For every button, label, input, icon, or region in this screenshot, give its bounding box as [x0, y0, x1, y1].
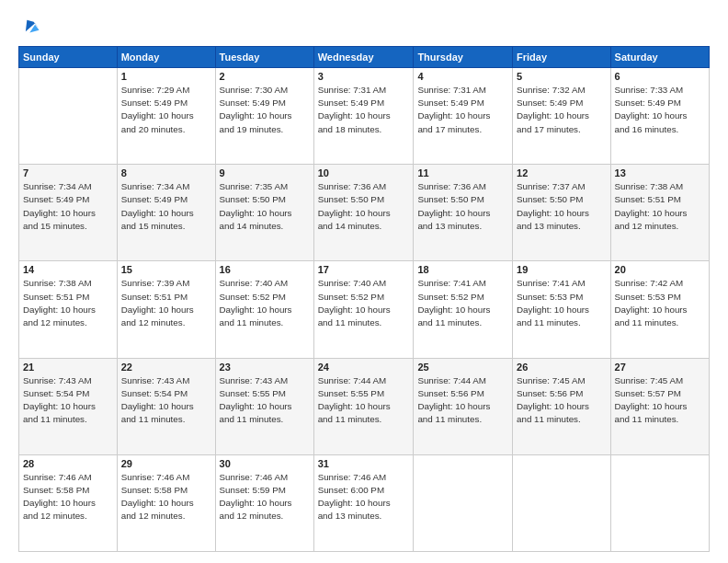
- calendar-cell: 19Sunrise: 7:41 AMSunset: 5:53 PMDayligh…: [513, 261, 611, 358]
- day-info: Sunrise: 7:30 AMSunset: 5:49 PMDaylight:…: [220, 84, 310, 136]
- calendar-cell: 8Sunrise: 7:34 AMSunset: 5:49 PMDaylight…: [117, 165, 215, 261]
- day-number: 26: [517, 362, 607, 373]
- calendar-cell: 7Sunrise: 7:34 AMSunset: 5:49 PMDaylight…: [19, 165, 118, 261]
- day-info: Sunrise: 7:35 AMSunset: 5:50 PMDaylight:…: [220, 180, 310, 233]
- day-number: 8: [121, 167, 211, 178]
- day-number: 9: [220, 167, 310, 178]
- day-number: 13: [615, 167, 705, 178]
- calendar-cell: 30Sunrise: 7:46 AMSunset: 5:59 PMDayligh…: [215, 454, 313, 551]
- logo: [18, 17, 40, 37]
- day-info: Sunrise: 7:38 AMSunset: 5:51 PMDaylight:…: [23, 277, 113, 329]
- calendar-cell: 16Sunrise: 7:40 AMSunset: 5:52 PMDayligh…: [215, 261, 313, 358]
- day-info: Sunrise: 7:39 AMSunset: 5:51 PMDaylight:…: [121, 277, 211, 329]
- calendar-table: SundayMondayTuesdayWednesdayThursdayFrid…: [18, 46, 710, 552]
- calendar-cell: 21Sunrise: 7:43 AMSunset: 5:54 PMDayligh…: [19, 358, 118, 454]
- day-info: Sunrise: 7:31 AMSunset: 5:49 PMDaylight:…: [318, 84, 410, 136]
- day-info: Sunrise: 7:36 AMSunset: 5:50 PMDaylight:…: [318, 180, 410, 233]
- calendar-week-row: 1Sunrise: 7:29 AMSunset: 5:49 PMDaylight…: [19, 68, 710, 165]
- day-info: Sunrise: 7:29 AMSunset: 5:49 PMDaylight:…: [121, 84, 211, 136]
- calendar-cell: 15Sunrise: 7:39 AMSunset: 5:51 PMDayligh…: [117, 261, 215, 358]
- day-number: 2: [220, 71, 310, 82]
- calendar-cell: [414, 454, 513, 551]
- calendar-cell: 17Sunrise: 7:40 AMSunset: 5:52 PMDayligh…: [313, 261, 414, 358]
- day-number: 4: [417, 71, 508, 82]
- day-info: Sunrise: 7:38 AMSunset: 5:51 PMDaylight:…: [615, 180, 705, 233]
- day-number: 24: [318, 362, 410, 373]
- day-number: 27: [615, 362, 705, 373]
- calendar-cell: 29Sunrise: 7:46 AMSunset: 5:58 PMDayligh…: [117, 454, 215, 551]
- day-number: 1: [121, 71, 211, 82]
- calendar-cell: 1Sunrise: 7:29 AMSunset: 5:49 PMDaylight…: [117, 68, 215, 165]
- calendar-cell: 31Sunrise: 7:46 AMSunset: 6:00 PMDayligh…: [313, 454, 414, 551]
- day-info: Sunrise: 7:45 AMSunset: 5:57 PMDaylight:…: [615, 374, 705, 427]
- day-number: 16: [220, 264, 310, 275]
- calendar-cell: 22Sunrise: 7:43 AMSunset: 5:54 PMDayligh…: [117, 358, 215, 454]
- calendar-cell: [19, 68, 118, 165]
- weekday-header-friday: Friday: [513, 47, 611, 68]
- day-info: Sunrise: 7:41 AMSunset: 5:53 PMDaylight:…: [517, 277, 607, 329]
- day-number: 11: [417, 167, 508, 178]
- day-info: Sunrise: 7:43 AMSunset: 5:55 PMDaylight:…: [220, 374, 310, 427]
- day-info: Sunrise: 7:46 AMSunset: 5:58 PMDaylight:…: [121, 471, 211, 523]
- day-info: Sunrise: 7:31 AMSunset: 5:49 PMDaylight:…: [417, 84, 508, 136]
- calendar-cell: 20Sunrise: 7:42 AMSunset: 5:53 PMDayligh…: [610, 261, 709, 358]
- logo-icon: [20, 17, 40, 37]
- day-number: 17: [318, 264, 410, 275]
- calendar-cell: 3Sunrise: 7:31 AMSunset: 5:49 PMDaylight…: [313, 68, 414, 165]
- day-number: 18: [417, 264, 508, 275]
- calendar-cell: 9Sunrise: 7:35 AMSunset: 5:50 PMDaylight…: [215, 165, 313, 261]
- day-number: 10: [318, 167, 410, 178]
- calendar-cell: 27Sunrise: 7:45 AMSunset: 5:57 PMDayligh…: [610, 358, 709, 454]
- day-info: Sunrise: 7:40 AMSunset: 5:52 PMDaylight:…: [220, 277, 310, 329]
- day-number: 29: [121, 458, 211, 469]
- calendar-cell: 25Sunrise: 7:44 AMSunset: 5:56 PMDayligh…: [414, 358, 513, 454]
- day-info: Sunrise: 7:43 AMSunset: 5:54 PMDaylight:…: [23, 374, 113, 427]
- calendar-cell: 2Sunrise: 7:30 AMSunset: 5:49 PMDaylight…: [215, 68, 313, 165]
- calendar-cell: [610, 454, 709, 551]
- day-number: 15: [121, 264, 211, 275]
- calendar-week-row: 28Sunrise: 7:46 AMSunset: 5:58 PMDayligh…: [19, 454, 710, 551]
- day-number: 19: [517, 264, 607, 275]
- day-number: 5: [517, 71, 607, 82]
- weekday-header-saturday: Saturday: [610, 47, 709, 68]
- day-info: Sunrise: 7:36 AMSunset: 5:50 PMDaylight:…: [417, 180, 508, 233]
- day-info: Sunrise: 7:32 AMSunset: 5:49 PMDaylight:…: [517, 84, 607, 136]
- day-number: 30: [220, 458, 310, 469]
- day-number: 12: [517, 167, 607, 178]
- weekday-header-monday: Monday: [117, 47, 215, 68]
- calendar-cell: 18Sunrise: 7:41 AMSunset: 5:52 PMDayligh…: [414, 261, 513, 358]
- day-info: Sunrise: 7:46 AMSunset: 5:58 PMDaylight:…: [23, 471, 113, 523]
- day-info: Sunrise: 7:45 AMSunset: 5:56 PMDaylight:…: [517, 374, 607, 427]
- calendar-cell: 13Sunrise: 7:38 AMSunset: 5:51 PMDayligh…: [610, 165, 709, 261]
- weekday-header-tuesday: Tuesday: [215, 47, 313, 68]
- page: SundayMondayTuesdayWednesdayThursdayFrid…: [0, 0, 728, 563]
- day-info: Sunrise: 7:44 AMSunset: 5:55 PMDaylight:…: [318, 374, 410, 427]
- day-number: 7: [23, 167, 113, 178]
- calendar-cell: [513, 454, 611, 551]
- day-number: 28: [23, 458, 113, 469]
- calendar-cell: 12Sunrise: 7:37 AMSunset: 5:50 PMDayligh…: [513, 165, 611, 261]
- day-info: Sunrise: 7:37 AMSunset: 5:50 PMDaylight:…: [517, 180, 607, 233]
- day-number: 31: [318, 458, 410, 469]
- weekday-header-thursday: Thursday: [414, 47, 513, 68]
- day-info: Sunrise: 7:46 AMSunset: 6:00 PMDaylight:…: [318, 471, 410, 523]
- day-number: 23: [220, 362, 310, 373]
- weekday-header-wednesday: Wednesday: [313, 47, 414, 68]
- day-info: Sunrise: 7:34 AMSunset: 5:49 PMDaylight:…: [121, 180, 211, 233]
- calendar-week-row: 7Sunrise: 7:34 AMSunset: 5:49 PMDaylight…: [19, 165, 710, 261]
- calendar-cell: 26Sunrise: 7:45 AMSunset: 5:56 PMDayligh…: [513, 358, 611, 454]
- calendar-cell: 14Sunrise: 7:38 AMSunset: 5:51 PMDayligh…: [19, 261, 118, 358]
- weekday-header-row: SundayMondayTuesdayWednesdayThursdayFrid…: [19, 47, 710, 68]
- calendar-cell: 6Sunrise: 7:33 AMSunset: 5:49 PMDaylight…: [610, 68, 709, 165]
- day-info: Sunrise: 7:43 AMSunset: 5:54 PMDaylight:…: [121, 374, 211, 427]
- day-number: 25: [417, 362, 508, 373]
- weekday-header-sunday: Sunday: [19, 47, 118, 68]
- day-number: 22: [121, 362, 211, 373]
- day-number: 6: [615, 71, 705, 82]
- calendar-cell: 5Sunrise: 7:32 AMSunset: 5:49 PMDaylight…: [513, 68, 611, 165]
- calendar-cell: 4Sunrise: 7:31 AMSunset: 5:49 PMDaylight…: [414, 68, 513, 165]
- day-info: Sunrise: 7:40 AMSunset: 5:52 PMDaylight:…: [318, 277, 410, 329]
- day-info: Sunrise: 7:33 AMSunset: 5:49 PMDaylight:…: [615, 84, 705, 136]
- day-info: Sunrise: 7:44 AMSunset: 5:56 PMDaylight:…: [417, 374, 508, 427]
- calendar-week-row: 21Sunrise: 7:43 AMSunset: 5:54 PMDayligh…: [19, 358, 710, 454]
